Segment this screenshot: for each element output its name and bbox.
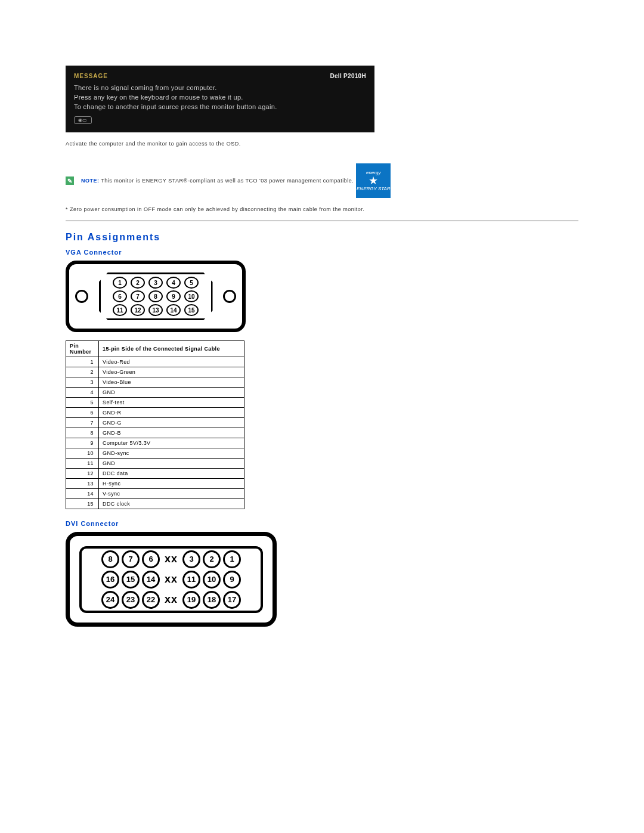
dvi-pin-2: 2 bbox=[203, 550, 221, 568]
pin-description: GND-B bbox=[99, 428, 244, 438]
vga-th-desc: 15-pin Side of the Connected Signal Cabl… bbox=[99, 341, 244, 357]
pin-number: 11 bbox=[66, 459, 99, 469]
vga-pin-6: 6 bbox=[113, 290, 127, 302]
osd-message-label: MESSAGE bbox=[74, 73, 108, 79]
pin-number: 1 bbox=[66, 357, 99, 367]
dvi-pin-9: 9 bbox=[223, 571, 241, 589]
table-row: 12DDC data bbox=[66, 469, 244, 479]
vga-th-pin: Pin Number bbox=[66, 341, 99, 357]
pin-number: 12 bbox=[66, 469, 99, 479]
osd-line-3: To change to another input source press … bbox=[74, 103, 366, 110]
pin-description: H-sync bbox=[99, 479, 244, 489]
dvi-pin-17: 17 bbox=[223, 591, 241, 609]
table-row: 5Self-test bbox=[66, 398, 244, 408]
vga-pin-1: 1 bbox=[113, 277, 127, 289]
footnote-text: * Zero power consumption in OFF mode can… bbox=[66, 206, 578, 212]
vga-pin-12: 12 bbox=[131, 304, 145, 316]
vga-pin-4: 4 bbox=[166, 277, 181, 289]
dvi-row-3: 242322xx191817 bbox=[101, 591, 241, 609]
dvi-pin-22: 22 bbox=[142, 591, 160, 609]
vga-pin-14: 14 bbox=[166, 304, 181, 316]
dvi-pin-14: 14 bbox=[142, 571, 160, 589]
vga-pin-table: Pin Number 15-pin Side of the Connected … bbox=[66, 340, 244, 509]
pin-description: GND bbox=[99, 388, 244, 398]
pin-description: GND-G bbox=[99, 418, 244, 428]
activate-text: Activate the computer and the monitor to… bbox=[66, 141, 578, 147]
osd-input-icon: ◉▭ bbox=[74, 116, 92, 124]
dvi-gap: xx bbox=[162, 553, 180, 565]
table-row: 4GND bbox=[66, 388, 244, 398]
pin-description: DDC clock bbox=[99, 499, 244, 509]
vga-pin-8: 8 bbox=[148, 290, 163, 302]
vga-connector-diagram: 12345 678910 1112131415 bbox=[66, 261, 246, 332]
vga-screw-right bbox=[223, 290, 236, 303]
osd-message-box: MESSAGE Dell P2010H There is no signal c… bbox=[66, 66, 374, 132]
vga-shell: 12345 678910 1112131415 bbox=[99, 272, 213, 320]
pin-description: GND-R bbox=[99, 408, 244, 418]
table-row: 14V-sync bbox=[66, 489, 244, 499]
vga-pin-13: 13 bbox=[148, 304, 163, 316]
vga-pin-5: 5 bbox=[184, 277, 199, 289]
vga-pin-11: 11 bbox=[113, 304, 127, 316]
vga-screw-left bbox=[75, 290, 88, 303]
star-icon: ★ bbox=[369, 176, 378, 185]
pin-number: 6 bbox=[66, 408, 99, 418]
pin-number: 3 bbox=[66, 377, 99, 388]
dvi-pin-15: 15 bbox=[122, 571, 140, 589]
pin-number: 15 bbox=[66, 499, 99, 509]
dvi-connector-diagram: 876xx321 161514xx11109 242322xx191817 bbox=[66, 532, 277, 627]
dvi-pin-19: 19 bbox=[182, 591, 200, 609]
pin-description: Video-Green bbox=[99, 367, 244, 377]
note-icon: ✎ bbox=[66, 176, 74, 185]
pin-assignments-heading: Pin Assignments bbox=[66, 232, 578, 243]
dvi-pin-3: 3 bbox=[182, 550, 200, 568]
vga-pin-15: 15 bbox=[184, 304, 199, 316]
osd-model-label: Dell P2010H bbox=[330, 73, 366, 79]
dvi-pin-16: 16 bbox=[101, 571, 119, 589]
dvi-pin-18: 18 bbox=[203, 591, 221, 609]
table-row: 8GND-B bbox=[66, 428, 244, 438]
table-row: 13H-sync bbox=[66, 479, 244, 489]
pin-description: Video-Blue bbox=[99, 377, 244, 388]
pin-number: 4 bbox=[66, 388, 99, 398]
pin-number: 9 bbox=[66, 438, 99, 448]
vga-pin-2: 2 bbox=[131, 277, 145, 289]
osd-line-1: There is no signal coming from your comp… bbox=[74, 84, 366, 91]
dvi-pin-8: 8 bbox=[101, 550, 119, 568]
pin-description: Self-test bbox=[99, 398, 244, 408]
table-row: 3Video-Blue bbox=[66, 377, 244, 388]
pin-number: 5 bbox=[66, 398, 99, 408]
vga-pin-9: 9 bbox=[166, 290, 181, 302]
dvi-pin-7: 7 bbox=[122, 550, 140, 568]
vga-pin-3: 3 bbox=[148, 277, 163, 289]
dvi-gap: xx bbox=[162, 593, 180, 606]
pin-number: 8 bbox=[66, 428, 99, 438]
pin-description: GND bbox=[99, 459, 244, 469]
dvi-gap: xx bbox=[162, 573, 180, 586]
vga-pin-row-2: 678910 bbox=[113, 290, 199, 302]
pin-description: DDC data bbox=[99, 469, 244, 479]
pin-number: 2 bbox=[66, 367, 99, 377]
dvi-inner-shell: 876xx321 161514xx11109 242322xx191817 bbox=[79, 546, 263, 613]
dvi-pin-1: 1 bbox=[223, 550, 241, 568]
pin-number: 14 bbox=[66, 489, 99, 499]
vga-table-body: 1Video-Red2Video-Green3Video-Blue4GND5Se… bbox=[66, 357, 244, 509]
table-row: 15DDC clock bbox=[66, 499, 244, 509]
table-row: 10GND-sync bbox=[66, 448, 244, 459]
dvi-pin-10: 10 bbox=[203, 571, 221, 589]
table-row: 7GND-G bbox=[66, 418, 244, 428]
energy-star-badge: energy ★ ENERGY STAR bbox=[356, 163, 391, 198]
pin-description: Computer 5V/3.3V bbox=[99, 438, 244, 448]
dvi-pin-23: 23 bbox=[122, 591, 140, 609]
pin-description: Video-Red bbox=[99, 357, 244, 367]
dvi-pin-11: 11 bbox=[182, 571, 200, 589]
dvi-connector-heading: DVI Connector bbox=[66, 520, 578, 527]
dvi-pin-6: 6 bbox=[142, 550, 160, 568]
note-label: NOTE: bbox=[81, 178, 100, 184]
table-row: 11GND bbox=[66, 459, 244, 469]
table-row: 2Video-Green bbox=[66, 367, 244, 377]
osd-line-2: Press any key on the keyboard or mouse t… bbox=[74, 94, 366, 101]
vga-pin-7: 7 bbox=[131, 290, 145, 302]
dvi-row-1: 876xx321 bbox=[101, 550, 241, 568]
dvi-row-2: 161514xx11109 bbox=[101, 571, 241, 589]
